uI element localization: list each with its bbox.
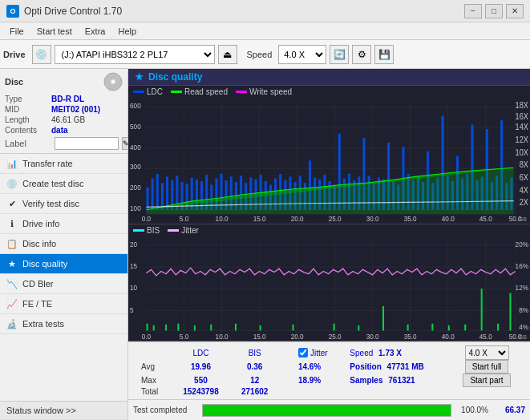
disc-label-row: Label ✎ bbox=[5, 137, 123, 150]
sidebar-item-fe-te[interactable]: 📈 FE / TE bbox=[0, 294, 127, 314]
bis-avg: 0.36 bbox=[230, 360, 278, 374]
sidebar-item-disc-info[interactable]: 📋 Disc info bbox=[0, 234, 127, 254]
svg-text:5.0: 5.0 bbox=[180, 333, 189, 341]
sidebar-item-drive-info[interactable]: ℹ Drive info bbox=[0, 214, 127, 234]
legend-read-speed: Read speed bbox=[171, 87, 228, 96]
svg-text:500: 500 bbox=[130, 123, 141, 131]
btn-start-full-td: Start full bbox=[450, 360, 524, 374]
sidebar-item-transfer-rate[interactable]: 📊 Transfer rate bbox=[0, 154, 127, 174]
disc-type-row: Type BD-R DL bbox=[5, 95, 123, 103]
drive-info-label: Drive info bbox=[22, 219, 59, 228]
menu-start-test[interactable]: Start test bbox=[30, 25, 79, 38]
svg-rect-148 bbox=[146, 323, 148, 330]
fe-te-label: FE / TE bbox=[22, 299, 52, 309]
svg-text:GB: GB bbox=[519, 333, 527, 341]
disc-info-label: Disc info bbox=[22, 239, 56, 248]
disc-panel: Disc Type BD-R DL MID MEIT02 (001) Leng bbox=[0, 69, 127, 154]
svg-rect-152 bbox=[194, 325, 196, 330]
refresh-button[interactable]: 🔄 bbox=[330, 45, 349, 64]
svg-text:4X: 4X bbox=[520, 185, 529, 194]
disc-quality-header-icon: ★ bbox=[135, 71, 144, 83]
progress-right-val: 66.37 bbox=[493, 406, 525, 414]
disc-header: Disc bbox=[5, 72, 123, 91]
svg-text:10.0: 10.0 bbox=[216, 333, 229, 341]
svg-text:35.0: 35.0 bbox=[404, 333, 417, 341]
ldc-max: 550 bbox=[171, 374, 230, 387]
sidebar-item-create-test[interactable]: 💿 Create test disc bbox=[0, 174, 127, 194]
svg-rect-158 bbox=[358, 325, 359, 330]
speed-header: Speed 1.73 X bbox=[343, 345, 450, 360]
bis-color-swatch bbox=[133, 229, 144, 232]
stats-table-container: LDC BIS Jitter Speed 1. bbox=[135, 345, 524, 396]
speed-label: Speed bbox=[247, 50, 273, 59]
sidebar-item-extra-tests[interactable]: 🔬 Extra tests bbox=[0, 314, 127, 334]
svg-text:45.0: 45.0 bbox=[479, 215, 492, 223]
status-window-button[interactable]: Status window >> bbox=[0, 402, 127, 420]
samples-label: Samples 761321 bbox=[343, 374, 450, 387]
legend-write-speed: Write speed bbox=[236, 87, 292, 96]
ldc-total: 15243798 bbox=[171, 387, 230, 396]
top-chart: 18X 16X 14X 12X 10X 8X 6X 4X 2X 600 500 … bbox=[128, 98, 530, 224]
menu-help[interactable]: Help bbox=[111, 25, 143, 38]
svg-rect-38 bbox=[161, 183, 164, 210]
total-label: Total bbox=[135, 387, 171, 396]
svg-text:20: 20 bbox=[130, 240, 137, 248]
start-part-button[interactable]: Start part bbox=[463, 374, 510, 387]
disc-info-icon: 📋 bbox=[6, 238, 18, 249]
title-bar-left: O Opti Drive Control 1.70 bbox=[6, 5, 122, 18]
speed-select-th: 4.0 X bbox=[450, 345, 524, 360]
disk-button[interactable]: 💾 bbox=[374, 45, 394, 64]
disc-label-label: Label bbox=[5, 139, 51, 148]
position-val: 47731 MB bbox=[387, 362, 424, 371]
eject-button[interactable]: ⏏ bbox=[218, 45, 237, 64]
jitter-checkbox[interactable] bbox=[298, 348, 308, 357]
extra-tests-icon: 🔬 bbox=[6, 318, 18, 329]
legend-ldc: LDC bbox=[133, 87, 163, 96]
legend-bis: BIS bbox=[133, 226, 160, 235]
sidebar-item-cd-bler[interactable]: 📉 CD Bler bbox=[0, 274, 127, 294]
samples-val: 761321 bbox=[388, 376, 415, 385]
legend-bis-label: BIS bbox=[147, 226, 160, 235]
svg-text:100: 100 bbox=[130, 204, 141, 212]
start-full-button[interactable]: Start full bbox=[465, 360, 509, 374]
settings-button[interactable]: ⚙ bbox=[352, 45, 371, 64]
status-section: Status window >> bbox=[0, 401, 127, 420]
svg-text:35.0: 35.0 bbox=[404, 215, 417, 223]
read-color-swatch bbox=[171, 91, 182, 93]
svg-rect-154 bbox=[235, 323, 237, 330]
transfer-rate-label: Transfer rate bbox=[22, 159, 73, 168]
menu-file[interactable]: File bbox=[3, 25, 30, 38]
menu-extra[interactable]: Extra bbox=[79, 25, 112, 38]
top-chart-svg: 18X 16X 14X 12X 10X 8X 6X 4X 2X 600 500 … bbox=[128, 98, 530, 224]
status-window-label: Status window >> bbox=[6, 406, 76, 415]
bis-header: BIS bbox=[230, 345, 278, 360]
svg-text:15: 15 bbox=[130, 262, 137, 270]
disc-length-row: Length 46.61 GB bbox=[5, 115, 123, 124]
close-button[interactable]: ✕ bbox=[506, 4, 524, 18]
ldc-avg: 19.96 bbox=[171, 360, 230, 374]
ldc-header: LDC bbox=[171, 345, 230, 360]
drive-icon-btn[interactable]: 💿 bbox=[32, 45, 51, 64]
jitter-color-swatch bbox=[168, 229, 179, 232]
jitter-max: 18.9% bbox=[292, 374, 343, 387]
drive-select[interactable]: (J:) ATAPI iHBS312 2 PL17 bbox=[55, 45, 215, 64]
minimize-button[interactable]: − bbox=[464, 4, 482, 18]
svg-text:600: 600 bbox=[130, 102, 141, 110]
svg-text:4%: 4% bbox=[519, 323, 528, 331]
sidebar-item-verify-test[interactable]: ✔ Verify test disc bbox=[0, 194, 127, 214]
disc-length-label: Length bbox=[5, 115, 51, 124]
sidebar-item-disc-quality[interactable]: ★ Disc quality bbox=[0, 254, 127, 274]
jitter-checkbox-row: Jitter bbox=[298, 348, 337, 357]
max-label: Max bbox=[135, 374, 171, 387]
cd-bler-label: CD Bler bbox=[22, 279, 54, 289]
maximize-button[interactable]: □ bbox=[485, 4, 503, 18]
disc-type-value: BD-R DL bbox=[51, 95, 84, 103]
disc-title: Disc bbox=[5, 77, 23, 87]
disc-label-input[interactable] bbox=[55, 137, 119, 150]
speed-stat-label: Speed bbox=[350, 349, 373, 357]
svg-text:0.0: 0.0 bbox=[142, 215, 152, 223]
speed-result-select[interactable]: 4.0 X bbox=[465, 345, 509, 360]
svg-rect-35 bbox=[146, 188, 148, 210]
speed-select[interactable]: 4.0 X bbox=[278, 45, 326, 64]
bis-max: 12 bbox=[230, 374, 278, 387]
